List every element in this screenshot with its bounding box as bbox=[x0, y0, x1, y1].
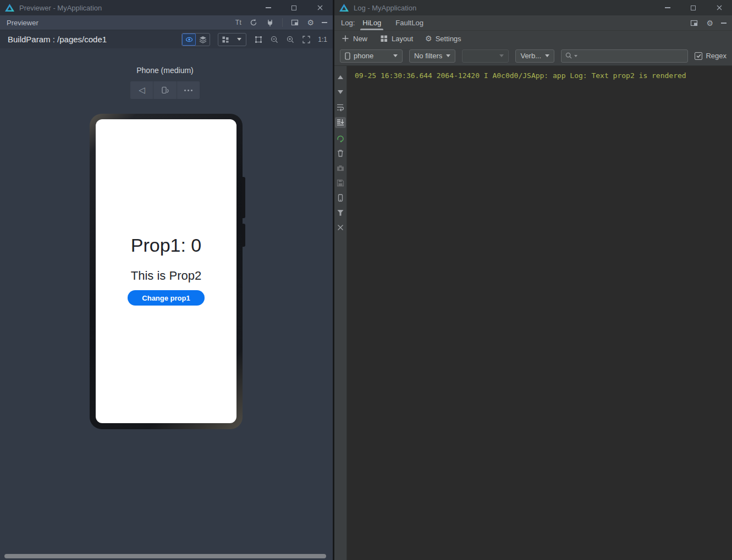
layout-label: Layout bbox=[392, 35, 413, 43]
close-session-button[interactable] bbox=[335, 223, 346, 232]
fit-to-screen-button[interactable] bbox=[302, 35, 311, 44]
zoom-in-button[interactable] bbox=[286, 35, 295, 44]
settings-button[interactable]: ⚙ Settings bbox=[425, 35, 461, 43]
log-line: 09-25 16:30:36.644 2064-12420 I A0c0d0/J… bbox=[355, 71, 732, 80]
regex-toggle[interactable]: Regex bbox=[695, 52, 727, 60]
new-label: New bbox=[353, 35, 367, 43]
maximize-button[interactable] bbox=[680, 0, 706, 15]
device-profile-label: Phone (medium) bbox=[82, 66, 247, 75]
scroll-up-button[interactable] bbox=[335, 73, 346, 82]
device-control-group: ◁ bbox=[130, 81, 200, 99]
component-tree-button[interactable] bbox=[196, 34, 210, 46]
minimize-icon bbox=[266, 7, 271, 8]
restart-session-button[interactable] bbox=[335, 134, 346, 143]
minimize-button[interactable] bbox=[654, 0, 680, 15]
settings-gear-icon[interactable]: ⚙ bbox=[307, 19, 314, 26]
chevron-down-icon bbox=[545, 54, 549, 57]
maximize-button[interactable] bbox=[281, 0, 307, 15]
previous-page-button[interactable]: ◁ bbox=[130, 81, 153, 99]
frame-select-button[interactable] bbox=[254, 35, 263, 44]
minimize-button[interactable] bbox=[255, 0, 281, 15]
prop2-text: This is Prop2 bbox=[96, 269, 236, 283]
layers-icon bbox=[199, 35, 207, 44]
filter-config-button[interactable] bbox=[335, 208, 346, 217]
log-window: Log - MyApplication Log: HiLog FaultLog … bbox=[334, 0, 732, 560]
log-section-label: Log: bbox=[341, 19, 355, 27]
minimize-icon bbox=[665, 7, 670, 8]
scroll-to-end-button[interactable] bbox=[335, 117, 346, 128]
process-select bbox=[462, 49, 509, 63]
triangle-up-icon bbox=[338, 75, 343, 79]
chevron-down-icon bbox=[499, 54, 504, 57]
clear-log-button[interactable] bbox=[335, 148, 346, 158]
triangle-down-icon bbox=[338, 90, 343, 94]
log-titlebar: Log - MyApplication bbox=[334, 0, 732, 15]
plus-icon bbox=[341, 34, 350, 43]
back-triangle-icon: ◁ bbox=[139, 85, 145, 95]
chevron-down-icon bbox=[237, 38, 241, 41]
search-input[interactable] bbox=[579, 52, 685, 60]
layout-button[interactable]: Layout bbox=[379, 34, 413, 43]
device-view-button[interactable] bbox=[335, 193, 346, 202]
eye-icon bbox=[185, 35, 194, 44]
settings-label: Settings bbox=[436, 35, 461, 43]
phone-mockup: Prop1: 0 This is Prop2 Change prop1 bbox=[90, 114, 243, 429]
refresh-button[interactable] bbox=[249, 18, 258, 27]
zoom-out-button[interactable] bbox=[270, 35, 279, 44]
previewer-titlebar: Previewer - MyApplication bbox=[0, 0, 333, 15]
device-select-value: phone bbox=[354, 52, 390, 60]
more-options-button[interactable] bbox=[177, 81, 200, 99]
tab-faultlog[interactable]: FaultLog bbox=[395, 15, 423, 30]
phone-volume-button bbox=[242, 177, 245, 218]
build-param-label: BuildParam : /pages/code1 bbox=[8, 35, 107, 44]
settings-gear-icon[interactable]: ⚙ bbox=[706, 19, 713, 27]
filter-select[interactable]: No filters bbox=[409, 49, 455, 63]
soft-wrap-button[interactable] bbox=[335, 102, 346, 112]
deveco-logo-icon bbox=[339, 4, 349, 12]
hide-panel-button[interactable] bbox=[721, 23, 727, 24]
hide-panel-button[interactable] bbox=[322, 22, 327, 23]
device-select[interactable]: phone bbox=[340, 49, 403, 63]
window-title: Previewer - MyApplication bbox=[19, 4, 102, 12]
inspect-probe-button[interactable] bbox=[266, 18, 274, 27]
screenshot-button bbox=[335, 163, 346, 173]
ellipsis-icon bbox=[184, 90, 192, 91]
font-settings-button[interactable]: Tt bbox=[235, 19, 242, 26]
tab-previewer[interactable]: Previewer bbox=[7, 19, 38, 27]
tool-window-layout-button[interactable] bbox=[290, 18, 299, 27]
close-button[interactable] bbox=[706, 0, 732, 15]
filter-select-value: No filters bbox=[414, 52, 443, 60]
phone-power-button bbox=[242, 224, 245, 247]
inspector-button[interactable] bbox=[182, 34, 196, 46]
search-history-icon bbox=[574, 55, 577, 57]
multi-preview-dropdown[interactable] bbox=[232, 34, 246, 46]
close-button[interactable] bbox=[307, 0, 333, 15]
rotate-device-button[interactable] bbox=[153, 81, 176, 99]
multi-preview-group bbox=[218, 33, 246, 46]
new-session-button[interactable]: New bbox=[341, 34, 367, 43]
tool-window-layout-button[interactable] bbox=[690, 19, 698, 27]
log-output[interactable]: 09-25 16:30:36.644 2064-12420 I A0c0d0/J… bbox=[347, 66, 732, 560]
log-search-field[interactable] bbox=[561, 49, 689, 63]
camera-icon bbox=[336, 164, 345, 173]
tab-hilog[interactable]: HiLog bbox=[362, 15, 381, 30]
phone-icon bbox=[345, 52, 350, 60]
regex-checkbox[interactable] bbox=[695, 52, 702, 60]
scroll-down-button[interactable] bbox=[335, 87, 346, 97]
search-icon bbox=[565, 52, 573, 60]
horizontal-scrollbar[interactable] bbox=[4, 554, 326, 558]
window-title: Log - MyApplication bbox=[354, 4, 416, 12]
multi-preview-button[interactable] bbox=[218, 34, 232, 46]
zoom-ratio-button[interactable]: 1:1 bbox=[318, 36, 327, 43]
layout-grid-icon bbox=[379, 34, 388, 43]
maximize-icon bbox=[291, 5, 296, 10]
build-param-bar: BuildParam : /pages/code1 bbox=[0, 30, 333, 48]
gear-icon: ⚙ bbox=[425, 35, 432, 42]
log-level-select[interactable]: Verb... bbox=[515, 49, 554, 63]
log-tab-bar: Log: HiLog FaultLog ⚙ bbox=[334, 15, 732, 31]
funnel-icon bbox=[336, 208, 345, 217]
close-icon bbox=[715, 3, 724, 12]
soft-wrap-icon bbox=[336, 103, 345, 112]
log-main-area: 09-25 16:30:36.644 2064-12420 I A0c0d0/J… bbox=[334, 66, 732, 560]
change-prop1-button[interactable]: Change prop1 bbox=[128, 290, 205, 306]
